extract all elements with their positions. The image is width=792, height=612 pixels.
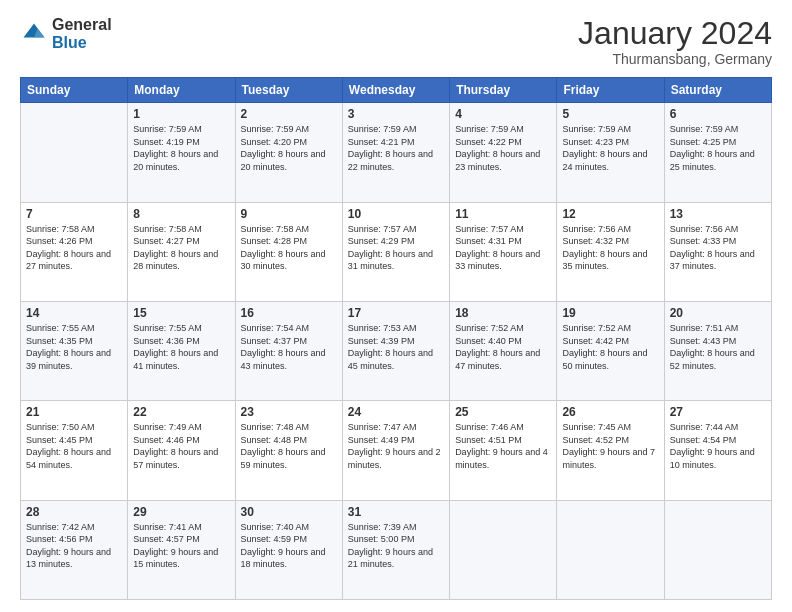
cell-4-1: 29Sunrise: 7:41 AMSunset: 4:57 PMDayligh… bbox=[128, 500, 235, 599]
cell-2-4: 18Sunrise: 7:52 AMSunset: 4:40 PMDayligh… bbox=[450, 301, 557, 400]
day-info-15: Sunrise: 7:55 AMSunset: 4:36 PMDaylight:… bbox=[133, 322, 229, 372]
day-number-20: 20 bbox=[670, 306, 766, 320]
location-subtitle: Thurmansbang, Germany bbox=[578, 51, 772, 67]
day-info-30: Sunrise: 7:40 AMSunset: 4:59 PMDaylight:… bbox=[241, 521, 337, 571]
week-row-0: 1Sunrise: 7:59 AMSunset: 4:19 PMDaylight… bbox=[21, 103, 772, 202]
cell-0-5: 5Sunrise: 7:59 AMSunset: 4:23 PMDaylight… bbox=[557, 103, 664, 202]
day-number-10: 10 bbox=[348, 207, 444, 221]
cell-4-4 bbox=[450, 500, 557, 599]
day-info-8: Sunrise: 7:58 AMSunset: 4:27 PMDaylight:… bbox=[133, 223, 229, 273]
day-number-23: 23 bbox=[241, 405, 337, 419]
cell-3-4: 25Sunrise: 7:46 AMSunset: 4:51 PMDayligh… bbox=[450, 401, 557, 500]
cell-4-6 bbox=[664, 500, 771, 599]
cell-1-0: 7Sunrise: 7:58 AMSunset: 4:26 PMDaylight… bbox=[21, 202, 128, 301]
day-number-25: 25 bbox=[455, 405, 551, 419]
title-block: January 2024 Thurmansbang, Germany bbox=[578, 16, 772, 67]
day-info-12: Sunrise: 7:56 AMSunset: 4:32 PMDaylight:… bbox=[562, 223, 658, 273]
cell-3-3: 24Sunrise: 7:47 AMSunset: 4:49 PMDayligh… bbox=[342, 401, 449, 500]
logo-blue-text: Blue bbox=[52, 34, 112, 52]
day-number-18: 18 bbox=[455, 306, 551, 320]
cell-2-0: 14Sunrise: 7:55 AMSunset: 4:35 PMDayligh… bbox=[21, 301, 128, 400]
cell-0-3: 3Sunrise: 7:59 AMSunset: 4:21 PMDaylight… bbox=[342, 103, 449, 202]
day-info-21: Sunrise: 7:50 AMSunset: 4:45 PMDaylight:… bbox=[26, 421, 122, 471]
day-number-3: 3 bbox=[348, 107, 444, 121]
day-info-24: Sunrise: 7:47 AMSunset: 4:49 PMDaylight:… bbox=[348, 421, 444, 471]
cell-4-3: 31Sunrise: 7:39 AMSunset: 5:00 PMDayligh… bbox=[342, 500, 449, 599]
cell-1-4: 11Sunrise: 7:57 AMSunset: 4:31 PMDayligh… bbox=[450, 202, 557, 301]
day-info-16: Sunrise: 7:54 AMSunset: 4:37 PMDaylight:… bbox=[241, 322, 337, 372]
day-info-19: Sunrise: 7:52 AMSunset: 4:42 PMDaylight:… bbox=[562, 322, 658, 372]
cell-3-6: 27Sunrise: 7:44 AMSunset: 4:54 PMDayligh… bbox=[664, 401, 771, 500]
header-friday: Friday bbox=[557, 78, 664, 103]
cell-2-6: 20Sunrise: 7:51 AMSunset: 4:43 PMDayligh… bbox=[664, 301, 771, 400]
day-info-10: Sunrise: 7:57 AMSunset: 4:29 PMDaylight:… bbox=[348, 223, 444, 273]
cell-0-6: 6Sunrise: 7:59 AMSunset: 4:25 PMDaylight… bbox=[664, 103, 771, 202]
cell-1-5: 12Sunrise: 7:56 AMSunset: 4:32 PMDayligh… bbox=[557, 202, 664, 301]
calendar-page: General Blue January 2024 Thurmansbang, … bbox=[0, 0, 792, 612]
cell-4-5 bbox=[557, 500, 664, 599]
cell-0-1: 1Sunrise: 7:59 AMSunset: 4:19 PMDaylight… bbox=[128, 103, 235, 202]
day-info-5: Sunrise: 7:59 AMSunset: 4:23 PMDaylight:… bbox=[562, 123, 658, 173]
day-number-2: 2 bbox=[241, 107, 337, 121]
calendar-header: Sunday Monday Tuesday Wednesday Thursday… bbox=[21, 78, 772, 103]
day-number-27: 27 bbox=[670, 405, 766, 419]
cell-4-0: 28Sunrise: 7:42 AMSunset: 4:56 PMDayligh… bbox=[21, 500, 128, 599]
cell-3-5: 26Sunrise: 7:45 AMSunset: 4:52 PMDayligh… bbox=[557, 401, 664, 500]
day-number-22: 22 bbox=[133, 405, 229, 419]
day-info-18: Sunrise: 7:52 AMSunset: 4:40 PMDaylight:… bbox=[455, 322, 551, 372]
day-number-29: 29 bbox=[133, 505, 229, 519]
day-info-11: Sunrise: 7:57 AMSunset: 4:31 PMDaylight:… bbox=[455, 223, 551, 273]
header-wednesday: Wednesday bbox=[342, 78, 449, 103]
day-number-4: 4 bbox=[455, 107, 551, 121]
day-number-8: 8 bbox=[133, 207, 229, 221]
day-info-25: Sunrise: 7:46 AMSunset: 4:51 PMDaylight:… bbox=[455, 421, 551, 471]
day-info-7: Sunrise: 7:58 AMSunset: 4:26 PMDaylight:… bbox=[26, 223, 122, 273]
day-number-14: 14 bbox=[26, 306, 122, 320]
day-info-28: Sunrise: 7:42 AMSunset: 4:56 PMDaylight:… bbox=[26, 521, 122, 571]
cell-3-2: 23Sunrise: 7:48 AMSunset: 4:48 PMDayligh… bbox=[235, 401, 342, 500]
day-number-24: 24 bbox=[348, 405, 444, 419]
logo-general-text: General bbox=[52, 16, 112, 34]
day-number-21: 21 bbox=[26, 405, 122, 419]
day-number-5: 5 bbox=[562, 107, 658, 121]
day-number-1: 1 bbox=[133, 107, 229, 121]
day-info-2: Sunrise: 7:59 AMSunset: 4:20 PMDaylight:… bbox=[241, 123, 337, 173]
day-info-4: Sunrise: 7:59 AMSunset: 4:22 PMDaylight:… bbox=[455, 123, 551, 173]
calendar-body: 1Sunrise: 7:59 AMSunset: 4:19 PMDaylight… bbox=[21, 103, 772, 600]
cell-2-3: 17Sunrise: 7:53 AMSunset: 4:39 PMDayligh… bbox=[342, 301, 449, 400]
week-row-2: 14Sunrise: 7:55 AMSunset: 4:35 PMDayligh… bbox=[21, 301, 772, 400]
day-info-14: Sunrise: 7:55 AMSunset: 4:35 PMDaylight:… bbox=[26, 322, 122, 372]
day-number-9: 9 bbox=[241, 207, 337, 221]
day-number-16: 16 bbox=[241, 306, 337, 320]
day-info-26: Sunrise: 7:45 AMSunset: 4:52 PMDaylight:… bbox=[562, 421, 658, 471]
week-row-4: 28Sunrise: 7:42 AMSunset: 4:56 PMDayligh… bbox=[21, 500, 772, 599]
day-info-13: Sunrise: 7:56 AMSunset: 4:33 PMDaylight:… bbox=[670, 223, 766, 273]
day-number-7: 7 bbox=[26, 207, 122, 221]
cell-2-1: 15Sunrise: 7:55 AMSunset: 4:36 PMDayligh… bbox=[128, 301, 235, 400]
cell-0-0 bbox=[21, 103, 128, 202]
cell-2-2: 16Sunrise: 7:54 AMSunset: 4:37 PMDayligh… bbox=[235, 301, 342, 400]
cell-4-2: 30Sunrise: 7:40 AMSunset: 4:59 PMDayligh… bbox=[235, 500, 342, 599]
header-monday: Monday bbox=[128, 78, 235, 103]
header-thursday: Thursday bbox=[450, 78, 557, 103]
day-number-12: 12 bbox=[562, 207, 658, 221]
day-number-30: 30 bbox=[241, 505, 337, 519]
day-info-20: Sunrise: 7:51 AMSunset: 4:43 PMDaylight:… bbox=[670, 322, 766, 372]
cell-1-6: 13Sunrise: 7:56 AMSunset: 4:33 PMDayligh… bbox=[664, 202, 771, 301]
day-info-22: Sunrise: 7:49 AMSunset: 4:46 PMDaylight:… bbox=[133, 421, 229, 471]
day-number-31: 31 bbox=[348, 505, 444, 519]
day-number-28: 28 bbox=[26, 505, 122, 519]
cell-1-2: 9Sunrise: 7:58 AMSunset: 4:28 PMDaylight… bbox=[235, 202, 342, 301]
day-info-1: Sunrise: 7:59 AMSunset: 4:19 PMDaylight:… bbox=[133, 123, 229, 173]
cell-0-4: 4Sunrise: 7:59 AMSunset: 4:22 PMDaylight… bbox=[450, 103, 557, 202]
day-number-15: 15 bbox=[133, 306, 229, 320]
day-info-6: Sunrise: 7:59 AMSunset: 4:25 PMDaylight:… bbox=[670, 123, 766, 173]
logo-icon bbox=[20, 20, 48, 48]
day-number-26: 26 bbox=[562, 405, 658, 419]
day-info-23: Sunrise: 7:48 AMSunset: 4:48 PMDaylight:… bbox=[241, 421, 337, 471]
logo: General Blue bbox=[20, 16, 112, 51]
day-info-31: Sunrise: 7:39 AMSunset: 5:00 PMDaylight:… bbox=[348, 521, 444, 571]
logo-text: General Blue bbox=[52, 16, 112, 51]
day-info-3: Sunrise: 7:59 AMSunset: 4:21 PMDaylight:… bbox=[348, 123, 444, 173]
calendar-table: Sunday Monday Tuesday Wednesday Thursday… bbox=[20, 77, 772, 600]
